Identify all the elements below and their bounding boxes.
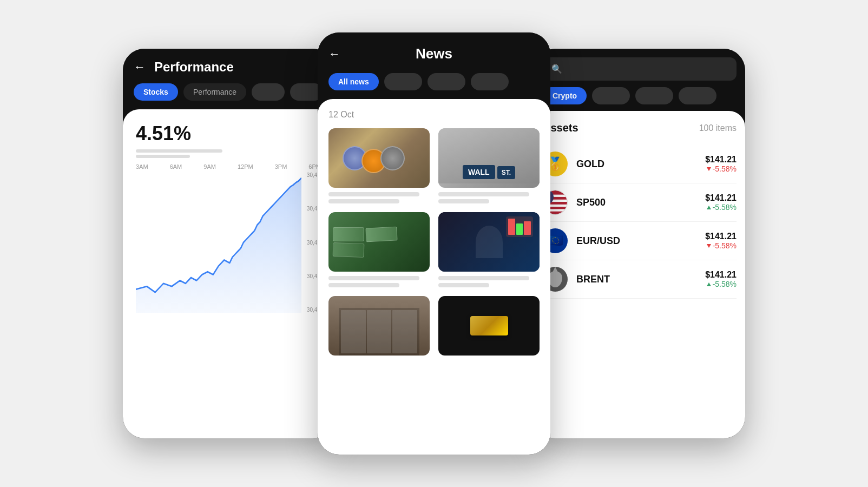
assets-list: Assets 100 items 🥇 GOLD $141.21 — [534, 111, 745, 438]
news-image-goldbar — [438, 296, 540, 356]
news-item-crypto[interactable] — [328, 128, 430, 203]
news-line — [328, 283, 399, 287]
crypto-tabs: Crypto — [543, 87, 737, 104]
news-line — [438, 283, 489, 287]
chart-area: 30,4K 30,4K 30,4K 30,4K 30,4K — [136, 172, 321, 313]
crypto-tab-dot-2 — [635, 87, 673, 104]
st-label: ST. — [497, 166, 515, 179]
news-image-crypto — [328, 128, 430, 188]
assets-content: Assets 100 items 🥇 GOLD $141.21 — [534, 111, 745, 438]
news-title: News — [416, 45, 452, 62]
x-label-12pm: 12PM — [238, 163, 253, 170]
brent-price-group: $141.21 -5.58% — [705, 270, 737, 288]
search-bar[interactable]: 🔍 — [543, 57, 737, 81]
news-text-crypto — [328, 192, 430, 203]
news-tab-dot-3 — [471, 73, 509, 90]
chart-x-labels: 3AM 6AM 9AM 12PM 3PM 6PM — [136, 163, 321, 172]
news-grid-row-1: WALL ST. — [328, 128, 540, 203]
x-label-3pm: 3PM — [275, 163, 287, 170]
news-grid-row-3 — [328, 296, 540, 356]
news-image-cash — [328, 212, 430, 272]
bill-2 — [365, 226, 397, 242]
tab-stocks[interactable]: Stocks — [134, 83, 178, 101]
asset-item-eurusd[interactable]: 🇪🇺 EUR/USD $141.21 -5.58% — [543, 222, 737, 260]
screen-display — [506, 216, 533, 237]
eur-change: -5.58% — [707, 241, 737, 250]
phone-crypto: 🔍 Crypto Assets 100 items — [534, 49, 745, 438]
news-back-icon[interactable]: ← — [328, 47, 340, 61]
crypto-tab-dot-1 — [592, 87, 630, 104]
phones-container: ← Performance Stocks Performance 4.51% — [109, 32, 759, 455]
news-item-trader[interactable] — [438, 212, 540, 287]
perf-sublines — [123, 145, 334, 158]
asset-name-eur: EUR/USD — [576, 235, 705, 247]
news-text-wallst — [438, 192, 540, 203]
news-image-trader — [438, 212, 540, 272]
sp500-price-group: $141.21 -5.58% — [705, 193, 737, 212]
asset-item-brent[interactable]: BRENT $141.21 -5.58% — [543, 260, 737, 299]
search-icon: 🔍 — [551, 64, 562, 74]
crypto-header: 🔍 Crypto — [534, 49, 745, 111]
news-line — [438, 276, 529, 280]
person-silhouette — [476, 226, 503, 258]
news-text-trader — [438, 276, 540, 287]
news-item-cash[interactable] — [328, 212, 430, 287]
news-line — [438, 192, 529, 196]
perf-bar-long — [136, 149, 222, 153]
tab-all-news[interactable]: All news — [328, 73, 379, 90]
phone-performance: ← Performance Stocks Performance 4.51% — [123, 49, 334, 438]
asset-name-gold: GOLD — [576, 159, 705, 170]
news-line — [328, 199, 399, 203]
bill-1 — [333, 227, 364, 241]
gold-price-group: $141.21 -5.58% — [705, 155, 737, 173]
gold-price: $141.21 — [705, 155, 737, 164]
gold-bar — [470, 316, 508, 335]
brent-price: $141.21 — [705, 270, 737, 280]
phone-news: ← News All news 12 Oct — [318, 32, 550, 455]
coin-xrp — [380, 146, 405, 170]
news-header: ← News — [318, 32, 550, 73]
tab-dot-1 — [252, 83, 285, 101]
x-label-6am: 6AM — [170, 163, 182, 170]
sp500-change: -5.58% — [707, 203, 737, 212]
chart-container: 3AM 6AM 9AM 12PM 3PM 6PM — [123, 158, 334, 438]
x-label-3am: 3AM — [136, 163, 148, 170]
brent-change: -5.58% — [707, 280, 737, 288]
sp500-price: $141.21 — [705, 193, 737, 203]
performance-header: ← Performance — [123, 49, 334, 83]
back-arrow-icon[interactable]: ← — [134, 60, 146, 74]
news-text-cash — [328, 276, 430, 287]
news-date: 12 Oct — [328, 110, 540, 120]
news-image-wallst: WALL ST. — [438, 128, 540, 188]
assets-header: Assets 100 items — [543, 122, 737, 134]
asset-name-sp500: SP500 — [576, 197, 705, 208]
news-tab-dot-2 — [428, 73, 465, 90]
down-arrow-icon — [707, 167, 711, 171]
asset-item-sp500[interactable]: SP500 $141.21 -5.58% — [543, 183, 737, 222]
news-grid-row-2 — [328, 212, 540, 287]
asset-name-brent: BRENT — [576, 274, 705, 285]
up-arrow-icon — [707, 282, 711, 286]
news-line — [438, 199, 489, 203]
news-item-goldbar[interactable] — [438, 296, 540, 356]
up-arrow-icon — [707, 206, 711, 209]
news-line — [328, 276, 419, 280]
news-item-building[interactable] — [328, 296, 430, 356]
gold-change: -5.58% — [707, 164, 737, 173]
news-tab-dot-1 — [384, 73, 422, 90]
percentage-value: 4.51% — [123, 109, 334, 145]
wall-st-label: WALL — [463, 165, 495, 179]
chart-svg — [136, 172, 301, 313]
asset-item-gold[interactable]: 🥇 GOLD $141.21 -5.58% — [543, 145, 737, 183]
down-arrow-icon — [707, 244, 711, 248]
news-tabs: All news — [318, 73, 550, 99]
news-item-wallst[interactable]: WALL ST. — [438, 128, 540, 203]
tab-performance[interactable]: Performance — [183, 83, 246, 101]
news-line — [328, 192, 419, 196]
eur-price-group: $141.21 -5.58% — [705, 232, 737, 250]
x-label-9am: 9AM — [203, 163, 216, 170]
news-image-building — [328, 296, 430, 356]
performance-title: Performance — [154, 60, 234, 75]
performance-tabs: Stocks Performance — [123, 83, 334, 109]
bill-3 — [333, 242, 365, 257]
